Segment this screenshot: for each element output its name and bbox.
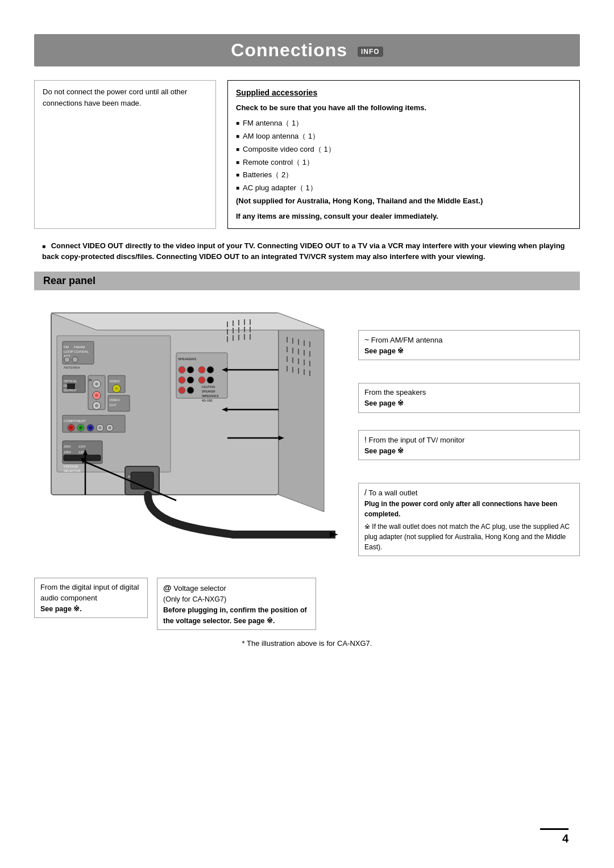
supplied-title: Supplied accessories xyxy=(236,86,571,99)
page-title: Connections INFO xyxy=(34,40,580,61)
list-item: FM antenna（ 1） xyxy=(236,118,571,130)
supplied-items-list: FM antenna（ 1） AM loop antenna（ 1） Compo… xyxy=(236,118,571,194)
page-number-area: 4 xyxy=(540,828,569,845)
list-item: Batteries（ 2） xyxy=(236,169,571,181)
bottom-callouts-row: From the digital input of digital audio … xyxy=(34,578,580,631)
svg-point-71 xyxy=(69,426,73,429)
callout-tv-monitor: ! From the input of TV/ monitor See page… xyxy=(358,430,580,461)
callout-speakers: From the speakers See page ※ xyxy=(358,383,580,412)
svg-text:110V: 110V xyxy=(78,445,86,448)
callout-wall-bold: Plug in the power cord only after all co… xyxy=(364,499,574,519)
svg-text:VIDEO: VIDEO xyxy=(109,398,120,402)
page-number: 4 xyxy=(562,832,569,845)
info-badge: INFO xyxy=(358,47,383,57)
svg-text:IMPEDANCE: IMPEDANCE xyxy=(202,394,219,398)
svg-marker-2 xyxy=(51,313,324,330)
svg-point-97 xyxy=(207,377,214,383)
svg-rect-52 xyxy=(67,383,75,389)
page-title-bar: Connections INFO xyxy=(34,34,580,66)
svg-point-46 xyxy=(72,357,78,362)
svg-point-79 xyxy=(108,426,111,429)
svg-text:VOLTAGE: VOLTAGE xyxy=(64,465,78,468)
svg-point-93 xyxy=(207,366,214,373)
svg-point-45 xyxy=(64,357,70,362)
callout-voltage-selector: @ Voltage selector (Only for CA-NXG7) Be… xyxy=(157,578,316,631)
svg-text:VIDEO: VIDEO xyxy=(109,379,120,383)
svg-text:ANTENNA: ANTENNA xyxy=(64,366,80,369)
svg-text:FM/AM: FM/AM xyxy=(74,345,85,349)
callouts-right: ~ From AM/FM antenna See page ※ From the… xyxy=(352,296,580,569)
if-missing-note: If any items are missing, consult your d… xyxy=(236,211,571,223)
svg-point-75 xyxy=(89,426,92,429)
svg-point-57 xyxy=(95,394,98,397)
svg-text:SPEAKER: SPEAKER xyxy=(202,390,215,393)
callout-amfm: ~ From AM/FM antenna See page ※ xyxy=(358,330,580,361)
svg-point-77 xyxy=(98,426,102,429)
svg-text:CAUTION:: CAUTION: xyxy=(202,385,215,389)
svg-point-64 xyxy=(115,387,118,390)
warning-box: Do not connect the power cord until all … xyxy=(34,80,216,229)
list-item: Composite video cord（ 1） xyxy=(236,144,571,156)
svg-point-55 xyxy=(95,382,98,386)
list-item: AM loop antenna（ 1） xyxy=(236,131,571,143)
rear-panel-heading: Rear panel xyxy=(34,272,580,290)
svg-text:COMPONENT: COMPONENT xyxy=(64,419,86,423)
voltage-subtitle: (Only for CA-NXG7) xyxy=(163,594,310,605)
svg-point-73 xyxy=(79,426,82,429)
not-supplied-note: (Not supplied for Australia, Hong Kong, … xyxy=(236,195,571,207)
svg-point-96 xyxy=(198,377,205,383)
svg-point-59 xyxy=(95,404,98,407)
svg-point-90 xyxy=(179,366,185,373)
svg-point-99 xyxy=(187,387,194,394)
rear-panel-diagram: FM LOOP ANT FM/AM COAXIAL ANTENNA OPTICA… xyxy=(34,296,352,569)
svg-text:OUT: OUT xyxy=(109,403,117,407)
warning-text: Do not connect the power cord until all … xyxy=(43,87,187,107)
svg-text:COAXIAL: COAXIAL xyxy=(74,350,89,353)
svg-point-91 xyxy=(187,366,194,373)
svg-point-98 xyxy=(179,387,185,394)
diagram-area: FM LOOP ANT FM/AM COAXIAL ANTENNA OPTICA… xyxy=(34,296,580,569)
note-text: Connect VIDEO OUT directly to the video … xyxy=(42,241,565,261)
svg-text:200V: 200V xyxy=(64,445,71,448)
callout-wall-extra: ※ If the wall outlet does not match the … xyxy=(364,521,574,552)
svg-text:240V: 240V xyxy=(64,450,71,454)
svg-text:4Ω–16Ω: 4Ω–16Ω xyxy=(202,399,213,402)
svg-text:SELECTOR: SELECTOR xyxy=(64,469,81,473)
svg-text:IN: IN xyxy=(89,378,92,382)
list-item: Remote control（ 1） xyxy=(236,157,571,169)
callout-wall-outlet: / To a wall outlet Plug in the power cor… xyxy=(358,483,580,556)
page-number-rule xyxy=(540,828,569,830)
svg-point-94 xyxy=(179,377,185,383)
supplied-accessories-box: Supplied accessories Check to be sure th… xyxy=(227,80,580,229)
callout-digital-input: From the digital input of digital audio … xyxy=(34,578,148,619)
supplied-intro: Check to be sure that you have all the f… xyxy=(236,102,571,114)
svg-text:SPEAKERS: SPEAKERS xyxy=(178,357,196,361)
svg-marker-1 xyxy=(279,313,324,512)
svg-text:OPTICAL: OPTICAL xyxy=(64,379,77,383)
svg-text:FM: FM xyxy=(64,345,69,349)
top-info-row: Do not connect the power cord until all … xyxy=(34,80,580,229)
svg-point-92 xyxy=(198,366,205,373)
svg-text:LOOP: LOOP xyxy=(64,350,73,353)
caption-note: * The illustration above is for CA-NXG7. xyxy=(34,639,580,648)
list-item: AC plug adapter（ 1） xyxy=(236,182,571,194)
svg-point-95 xyxy=(187,377,194,383)
note-row: Connect VIDEO OUT directly to the video … xyxy=(34,240,580,262)
